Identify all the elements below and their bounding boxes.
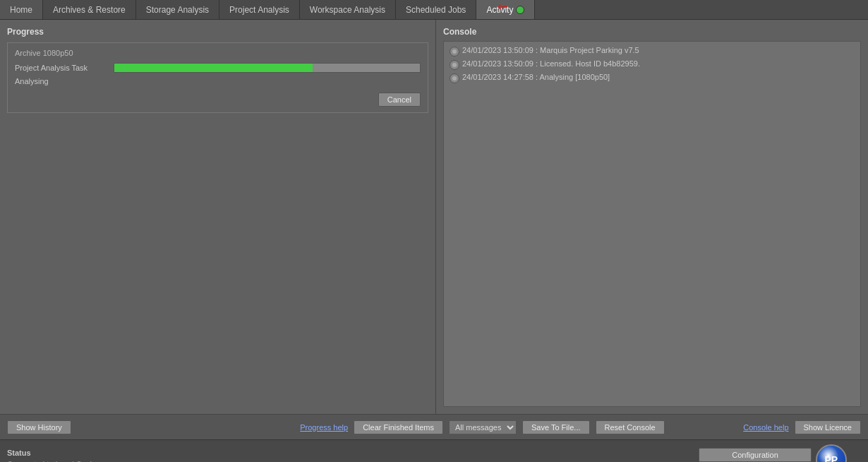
left-toolbar: Show History Progress help Clear Finishe… (7, 420, 443, 434)
tab-activity[interactable]: Activity ↙ (476, 0, 535, 19)
status-right-buttons: Configuration Manage Storage Analysis... (699, 448, 812, 463)
tab-storage[interactable]: Storage Analysis (136, 0, 219, 19)
tab-bar: Home Archives & Restore Storage Analysis… (0, 0, 868, 20)
console-line-3: 24/01/2023 14:27:58 : Analysing [1080p50… (447, 71, 857, 85)
console-line-icon-3 (450, 73, 459, 83)
progress-bar-fill (114, 64, 313, 72)
reset-console-button[interactable]: Reset Console (596, 420, 665, 434)
app-logo[interactable]: PP (816, 444, 847, 462)
configuration-button[interactable]: Configuration (699, 448, 812, 462)
progress-help-link[interactable]: Progress help (300, 423, 348, 432)
status-title: Status (7, 449, 180, 457)
save-to-file-button[interactable]: Save To File... (522, 420, 590, 434)
progress-panel: Progress Archive 1080p50 Project Analysi… (0, 20, 436, 414)
connected-status: Connected to Local Cache (7, 460, 180, 463)
tab-home[interactable]: Home (0, 0, 43, 19)
logo-area: PP Project Parking Hel... (801, 444, 861, 462)
console-help-link[interactable]: Console help (743, 423, 788, 432)
tab-scheduled[interactable]: Scheduled Jobs (396, 0, 476, 19)
tab-workspace[interactable]: Workspace Analysis (300, 0, 396, 19)
status-bar: Status Connected to Local Cache Storage … (0, 439, 868, 462)
show-licence-button[interactable]: Show Licence (795, 420, 862, 434)
bottom-toolbar: Show History Progress help Clear Finishe… (0, 414, 868, 439)
message-filter-select[interactable]: All messages Errors only Warnings Info (449, 420, 517, 434)
main-content: Progress Archive 1080p50 Project Analysi… (0, 20, 868, 414)
archive-group: Archive 1080p50 Project Analysis Task An… (7, 42, 428, 113)
clear-finished-button[interactable]: Clear Finished Items (354, 420, 443, 434)
task-label: Project Analysis Task (15, 64, 114, 72)
right-toolbar: All messages Errors only Warnings Info S… (449, 420, 861, 434)
console-area[interactable]: 24/01/2023 13:50:09 : Marquis Project Pa… (443, 41, 861, 407)
activity-status-dot (516, 6, 524, 14)
archive-title: Archive 1080p50 (15, 49, 421, 57)
cancel-row: Cancel (15, 93, 421, 107)
progress-section-title: Progress (7, 27, 428, 37)
tab-project[interactable]: Project Analysis (219, 0, 300, 19)
status-left: Status Connected to Local Cache Storage … (7, 449, 180, 463)
console-line-icon-1 (450, 47, 459, 57)
cancel-button[interactable]: Cancel (378, 93, 421, 107)
project-analysis-row: Project Analysis Task (15, 63, 421, 73)
progress-bar-container (114, 63, 421, 73)
console-title: Console (443, 27, 861, 37)
console-panel: Console 24/01/2023 13:50:09 : Marquis Pr… (436, 20, 868, 414)
console-line-2: 24/01/2023 13:50:09 : Licensed. Host ID … (447, 58, 857, 71)
show-history-button[interactable]: Show History (7, 420, 71, 434)
console-line-1: 24/01/2023 13:50:09 : Marquis Project Pa… (447, 45, 857, 58)
tab-archives[interactable]: Archives & Restore (43, 0, 136, 19)
analysing-text: Analysing (15, 77, 421, 85)
console-line-icon-2 (450, 60, 459, 70)
